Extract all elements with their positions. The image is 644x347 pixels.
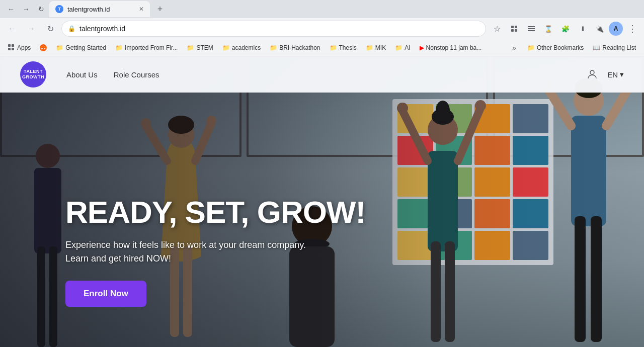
bookmark-other[interactable]: 📁 Other Bookmarks — [523, 42, 588, 53]
url-text: talentgrowth.id — [79, 25, 125, 33]
bookmark-getting-started[interactable]: 📁 Getting Started — [52, 42, 110, 53]
bookmark-apps[interactable]: Apps — [4, 42, 35, 53]
folder-icon: 📁 — [395, 44, 403, 51]
bookmark-label: Thesis — [339, 44, 357, 51]
lang-code: EN — [607, 70, 618, 79]
address-bar[interactable]: 🔒 talentgrowth.id — [61, 21, 486, 37]
sidebar-button[interactable] — [523, 21, 539, 37]
svg-point-47 — [590, 70, 594, 74]
folder-icon: 📁 — [330, 44, 337, 51]
forward-nav-button[interactable]: → — [23, 21, 39, 37]
nav-right: EN ▾ — [585, 67, 624, 81]
download-icon[interactable]: ⬇ — [575, 21, 591, 37]
forward-button[interactable]: → — [19, 2, 33, 16]
logo-text-1: TALENT — [24, 69, 43, 74]
site-logo[interactable]: TALENT GROWTH — [20, 61, 46, 88]
profile-button[interactable]: A — [609, 22, 623, 36]
bookmark-bri-hackathon[interactable]: 📁 BRI-Hackathon — [266, 42, 324, 53]
svg-rect-3 — [515, 29, 517, 32]
svg-rect-6 — [528, 30, 535, 31]
back-nav-button[interactable]: ← — [4, 21, 20, 37]
bookmark-label: Other Bookmarks — [537, 44, 584, 51]
about-us-link[interactable]: About Us — [66, 70, 98, 79]
svg-rect-1 — [515, 26, 517, 28]
bookmark-thesis[interactable]: 📁 Thesis — [326, 42, 361, 53]
hero-title: READY, SET, GROW! — [65, 196, 365, 228]
refresh-nav-button[interactable]: ↻ — [42, 21, 58, 37]
youtube-icon: ▶ — [420, 44, 424, 51]
apps-grid-icon — [8, 44, 15, 51]
refresh-button[interactable]: ↻ — [34, 2, 48, 16]
extensions-button[interactable] — [506, 21, 522, 37]
bookmark-imported[interactable]: 📁 Imported From Fir... — [111, 42, 182, 53]
bookmark-label: MIK — [375, 44, 386, 51]
bookmark-firefox-icon[interactable]: 🦊 — [36, 42, 51, 53]
hero-subtitle: Experience how it feels like to work at … — [65, 238, 317, 266]
user-account-icon[interactable] — [585, 67, 599, 81]
folder-icon: 📁 — [366, 44, 373, 51]
svg-rect-2 — [511, 29, 514, 32]
nav-links: About Us Role Courses — [66, 70, 159, 79]
chevron-down-icon: ▾ — [620, 70, 624, 79]
bookmark-reading-list[interactable]: 📖 Reading List — [589, 42, 640, 53]
bookmark-ai[interactable]: 📁 AI — [391, 42, 414, 53]
bookmark-label: STEM — [196, 44, 213, 51]
folder-icon: 📁 — [115, 44, 123, 51]
tab-favicon: T — [55, 5, 63, 13]
tab-title: talentgrowth.id — [67, 6, 110, 13]
bookmark-nonstop[interactable]: ▶ Nonstop 11 jam ba... — [416, 42, 486, 53]
svg-rect-4 — [528, 26, 535, 27]
toolbar-icons: ☆ ⌛ 🧩 ⬇ 🔌 A ⋮ — [489, 21, 640, 37]
enroll-now-button[interactable]: Enroll Now — [65, 281, 146, 307]
folder-icon: 📁 — [270, 44, 277, 51]
hero-section: TALENT GROWTH About Us Role Courses — [0, 56, 644, 347]
reading-list-icon: 📖 — [593, 44, 600, 51]
svg-rect-5 — [528, 28, 535, 29]
bookmark-label: academics — [232, 44, 261, 51]
site-navigation: TALENT GROWTH About Us Role Courses — [0, 56, 644, 93]
bookmark-stem[interactable]: 📁 STEM — [183, 42, 217, 53]
svg-rect-7 — [8, 44, 11, 47]
bookmark-star-button[interactable]: ☆ — [489, 21, 505, 37]
bookmark-label: BRI-Hackathon — [279, 44, 320, 51]
svg-rect-10 — [12, 48, 14, 50]
language-selector[interactable]: EN ▾ — [607, 70, 624, 79]
bookmark-label: Nonstop 11 jam ba... — [426, 44, 482, 51]
tab-close[interactable]: ✕ — [139, 6, 144, 13]
bookmark-label: AI — [405, 44, 410, 51]
bookmark-mik[interactable]: 📁 MIK — [362, 42, 390, 53]
svg-rect-8 — [12, 44, 14, 47]
svg-rect-9 — [8, 48, 11, 50]
folder-icon: 📁 — [222, 44, 230, 51]
history-icon[interactable]: ⌛ — [540, 21, 556, 37]
active-tab[interactable]: T talentgrowth.id ✕ — [49, 1, 150, 17]
bookmark-label: Imported From Fir... — [125, 44, 178, 51]
new-tab-button[interactable]: + — [153, 2, 167, 16]
website-content: TALENT GROWTH About Us Role Courses — [0, 56, 644, 347]
apps-label: Apps — [17, 44, 31, 51]
browser-window: ← → ↻ T talentgrowth.id ✕ + ← → ↻ 🔒 tale… — [0, 0, 644, 347]
logo-text-2: GROWTH — [22, 74, 44, 80]
hero-content: READY, SET, GROW! Experience how it feel… — [65, 196, 365, 307]
back-button[interactable]: ← — [4, 2, 18, 16]
bookmark-label: Getting Started — [65, 44, 106, 51]
address-bar-row: ← → ↻ 🔒 talentgrowth.id ☆ ⌛ 🧩 ⬇ 🔌 A ⋮ — [0, 18, 644, 39]
menu-button[interactable]: ⋮ — [624, 21, 640, 37]
role-courses-link[interactable]: Role Courses — [114, 70, 159, 79]
lock-icon: 🔒 — [68, 25, 75, 32]
bookmark-academics[interactable]: 📁 academics — [218, 42, 265, 53]
bookmarks-right: 📁 Other Bookmarks 📖 Reading List — [523, 42, 640, 53]
folder-icon: 📁 — [187, 44, 194, 51]
firefox-icon: 🦊 — [40, 44, 47, 51]
profile-extensions[interactable]: 🔌 — [592, 21, 608, 37]
bookmark-label: Reading List — [602, 44, 636, 51]
bookmarks-more-button[interactable]: » — [508, 42, 520, 54]
folder-icon: 📁 — [527, 44, 535, 51]
tab-bar: ← → ↻ T talentgrowth.id ✕ + — [0, 0, 644, 18]
svg-rect-0 — [511, 26, 514, 28]
bookmarks-bar: Apps 🦊 📁 Getting Started 📁 Imported From… — [0, 39, 644, 56]
folder-icon: 📁 — [56, 44, 63, 51]
puzzle-icon[interactable]: 🧩 — [557, 21, 574, 37]
